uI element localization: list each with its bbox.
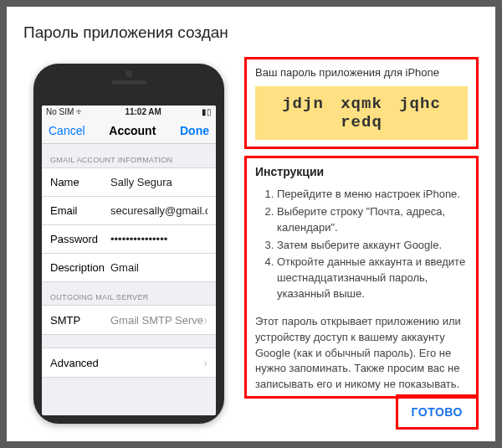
instruction-step: Выберите строку "Почта, адреса, календар… (277, 204, 468, 236)
row-password[interactable]: Password ••••••••••••••• (42, 224, 216, 254)
camera-icon (126, 70, 132, 77)
row-value: Gmail SMTP Server (110, 314, 203, 327)
speaker-icon (111, 80, 146, 85)
row-smtp[interactable]: SMTP Gmail SMTP Server › (42, 305, 216, 335)
chevron-right-icon: › (203, 356, 207, 369)
iphone-mockup: No SIM ᯤ 11:02 AM ▮▯ Cancel Account Done (33, 64, 224, 424)
row-value: Gmail (110, 261, 207, 274)
nav-done-button[interactable]: Done (180, 124, 209, 137)
row-label: Description (50, 261, 110, 274)
app-password-dialog: Пароль приложения создан No SIM ᯤ 11:02 … (7, 7, 495, 441)
row-label: Advanced (50, 357, 99, 369)
nav-cancel-button[interactable]: Cancel (49, 124, 85, 137)
password-title: Ваш пароль приложения для iPhone (255, 66, 468, 79)
done-highlight: ГОТОВО (396, 394, 479, 430)
password-section: Ваш пароль приложения для iPhone jdjn xq… (244, 57, 479, 149)
instruction-step: Затем выберите аккаунт Google. (277, 238, 468, 254)
section-header-account: GMAIL ACCOUNT INFORMATION (42, 144, 216, 167)
instruction-step: Перейдите в меню настроек iPhone. (277, 187, 468, 203)
row-label: Email (50, 204, 110, 217)
wifi-icon: ᯤ (76, 107, 85, 116)
nav-title: Account (109, 124, 156, 137)
battery-icon: ▮▯ (202, 107, 212, 116)
row-value: ••••••••••••••• (110, 233, 207, 245)
nav-bar: Cancel Account Done (42, 118, 216, 144)
info-column: Ваш пароль приложения для iPhone jdjn xq… (233, 57, 479, 430)
dialog-title: Пароль приложения создан (23, 23, 479, 42)
phone-hardware-top (111, 70, 146, 85)
section-header-outgoing: OUTGOING MAIL SERVER (42, 281, 216, 305)
dialog-content: No SIM ᯤ 11:02 AM ▮▯ Cancel Account Done (23, 57, 479, 430)
row-name[interactable]: Name Sally Segura (42, 167, 216, 197)
row-description[interactable]: Description Gmail (42, 253, 216, 282)
row-label: Password (50, 233, 110, 245)
row-advanced[interactable]: Advanced › (42, 348, 216, 378)
row-value: Sally Segura (110, 176, 207, 188)
phone-column: No SIM ᯤ 11:02 AM ▮▯ Cancel Account Done (23, 57, 233, 430)
instructions-title: Инструкции (255, 165, 468, 178)
instructions-section: Инструкции Перейдите в меню настроек iPh… (244, 156, 479, 399)
done-button[interactable]: ГОТОВО (403, 400, 471, 424)
row-value: securesally@gmail.com (110, 204, 207, 217)
generated-password: jdjn xqmk jqhc redq (255, 86, 468, 140)
instructions-paragraph: Этот пароль открывает приложению или уст… (255, 314, 468, 393)
status-bar: No SIM ᯤ 11:02 AM ▮▯ (42, 106, 216, 118)
row-label: SMTP (50, 314, 110, 327)
instruction-step: Откройте данные аккаунта и введите шестн… (277, 255, 468, 302)
row-label: Name (50, 176, 110, 188)
row-email[interactable]: Email securesally@gmail.com (42, 196, 216, 225)
instructions-list: Перейдите в меню настроек iPhone. Выбери… (255, 187, 468, 302)
carrier-text: No SIM (46, 107, 74, 116)
phone-screen: No SIM ᯤ 11:02 AM ▮▯ Cancel Account Done (42, 106, 216, 415)
status-time: 11:02 AM (125, 107, 161, 116)
chevron-right-icon: › (203, 313, 207, 327)
